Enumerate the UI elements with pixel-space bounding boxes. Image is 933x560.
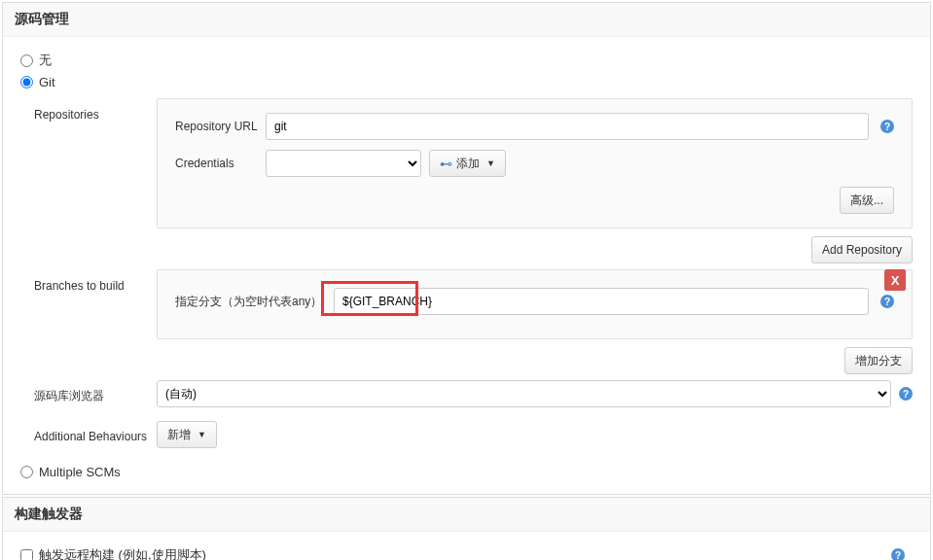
scm-radio-multiple[interactable] <box>20 466 33 478</box>
browser-label: 源码库浏览器 <box>34 384 157 404</box>
add-behaviour-label: 新增 <box>167 427 191 443</box>
help-icon[interactable]: ? <box>880 120 894 133</box>
add-credentials-button[interactable]: ⊷ 添加 ▼ <box>429 150 506 177</box>
triggers-section: 构建触发器 触发远程构建 (例如,使用脚本) ? Build after oth… <box>2 497 931 560</box>
scm-radio-none[interactable] <box>20 54 33 67</box>
add-branch-button[interactable]: 增加分支 <box>844 347 913 374</box>
branches-label: Branches to build <box>34 269 157 374</box>
scm-body: 无 Git Repositories ? Repository URL ? Cr… <box>3 37 930 494</box>
key-icon: ⊷ <box>440 157 452 171</box>
behaviours-row: Additional Behaviours 新增 ▼ <box>20 421 913 448</box>
help-icon[interactable]: ? <box>891 548 905 560</box>
scm-section: 源码管理 无 Git Repositories ? Repository URL… <box>2 2 931 495</box>
repositories-label: Repositories <box>34 98 157 263</box>
repositories-content: ? Repository URL ? Credentials ⊷ <box>157 98 913 263</box>
branch-spec-row: 指定分支（为空时代表any） ? <box>175 288 894 315</box>
scm-label-git: Git <box>39 75 55 89</box>
scm-option-multiple[interactable]: Multiple SCMs <box>20 462 913 482</box>
trigger-remote-checkbox[interactable] <box>20 549 33 561</box>
repository-box: Repository URL ? Credentials ⊷ 添加 ▼ <box>157 98 913 228</box>
trigger-remote[interactable]: 触发远程构建 (例如,使用脚本) ? <box>20 543 913 560</box>
repo-url-label: Repository URL <box>175 120 258 133</box>
branch-spec-label: 指定分支（为空时代表any） <box>175 294 326 310</box>
chevron-down-icon: ▼ <box>197 430 206 439</box>
scm-option-git[interactable]: Git <box>20 72 913 92</box>
repo-url-input[interactable] <box>266 113 869 140</box>
credentials-select[interactable] <box>266 150 421 177</box>
browser-select[interactable]: (自动) <box>157 380 891 407</box>
triggers-body: 触发远程构建 (例如,使用脚本) ? Build after other pro… <box>3 532 930 560</box>
behaviours-label: Additional Behaviours <box>34 426 157 443</box>
scm-option-none[interactable]: 无 <box>20 49 913 72</box>
advanced-row: 高级... <box>175 187 894 214</box>
repositories-row: Repositories ? Repository URL ? Credenti… <box>20 98 913 263</box>
help-icon[interactable]: ? <box>880 295 894 308</box>
branches-content: ? X 指定分支（为空时代表any） ? 增加分支 <box>157 269 913 374</box>
triggers-header: 构建触发器 <box>3 498 930 532</box>
scm-header: 源码管理 <box>3 3 930 37</box>
credentials-row: Credentials ⊷ 添加 ▼ <box>175 150 894 177</box>
add-behaviour-button[interactable]: 新增 ▼ <box>157 421 217 448</box>
chevron-down-icon: ▼ <box>486 158 495 168</box>
browser-row: 源码库浏览器 (自动) ? <box>20 380 913 407</box>
branch-box: X 指定分支（为空时代表any） ? <box>157 269 913 339</box>
scm-label-none: 无 <box>39 52 52 69</box>
scm-radio-git[interactable] <box>20 76 33 88</box>
trigger-remote-label: 触发远程构建 (例如,使用脚本) <box>39 546 206 560</box>
credentials-label: Credentials <box>175 157 258 170</box>
add-credentials-label: 添加 <box>456 156 480 172</box>
scm-label-multiple: Multiple SCMs <box>39 465 121 479</box>
add-branch-row: 增加分支 <box>157 347 913 374</box>
repo-url-row: Repository URL ? <box>175 113 894 140</box>
branch-spec-input[interactable] <box>334 288 869 315</box>
add-repo-row: Add Repository <box>157 236 913 263</box>
help-icon[interactable]: ? <box>899 387 913 401</box>
add-repository-button[interactable]: Add Repository <box>811 236 913 263</box>
branches-row: Branches to build ? X 指定分支（为空时代表any） ? 增… <box>20 269 913 374</box>
advanced-button[interactable]: 高级... <box>840 187 894 214</box>
